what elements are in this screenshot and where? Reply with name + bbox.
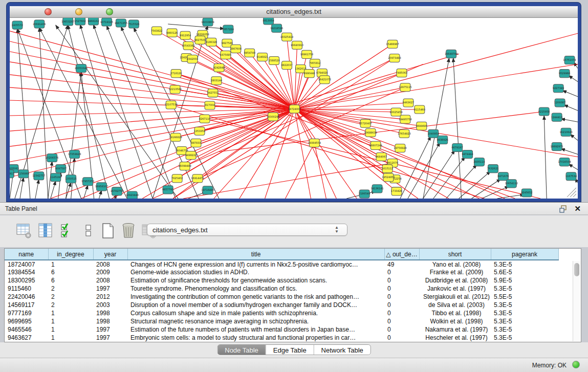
graph-node[interactable]: 7625402 (171, 174, 183, 183)
graph-node[interactable]: 8990448 (303, 70, 315, 78)
graph-node[interactable]: 18325419 (280, 33, 293, 41)
table-cell[interactable]: Estimation of significance thresholds fo… (127, 276, 384, 285)
table-cell[interactable]: 2 (48, 285, 93, 293)
graph-node[interactable]: 2186549 (359, 190, 370, 198)
graph-node[interactable]: 12107534 (164, 101, 177, 109)
graph-edge[interactable] (173, 58, 395, 199)
graph-node[interactable]: 1353359 (194, 127, 205, 135)
graph-edge[interactable] (569, 76, 578, 82)
graph-node[interactable]: 9242848 (213, 64, 225, 72)
graph-node[interactable]: 17957253 (81, 178, 94, 186)
graph-node[interactable]: 12975115 (399, 83, 411, 92)
graph-node[interactable]: 1527602 (75, 18, 86, 25)
graph-edge[interactable] (564, 105, 578, 111)
table-cell[interactable]: 5.3E-5 (491, 260, 558, 268)
graph-node[interactable]: 8912954 (180, 31, 191, 39)
graph-node[interactable]: 9860126 (166, 29, 178, 37)
graph-node[interactable]: 9699695 (416, 122, 427, 130)
graph-node[interactable]: 9684067 (376, 152, 387, 161)
graph-node[interactable]: 10543382 (182, 41, 194, 50)
graph-node[interactable]: 16033809 (201, 18, 214, 26)
graph-edge[interactable] (544, 116, 547, 199)
graph-node[interactable]: 9827509 (194, 36, 206, 44)
table-cell[interactable]: Structural magnetic resonance image aver… (127, 317, 384, 325)
table-cell[interactable]: 2012 (93, 293, 127, 301)
graph-node[interactable]: 8454749 (244, 49, 255, 57)
table-cell[interactable]: Nakamura et al. (1997) (419, 325, 491, 334)
graph-node[interactable]: 16640910 (291, 41, 303, 49)
graph-edge[interactable] (134, 28, 219, 199)
table-cell[interactable]: 1998 (93, 309, 127, 317)
graph-edge[interactable] (294, 109, 479, 199)
table-vertical-scrollbar[interactable] (573, 261, 580, 341)
graph-edge[interactable] (10, 75, 294, 109)
graph-node[interactable]: 7632621 (487, 165, 498, 173)
graph-edge[interactable] (10, 87, 294, 109)
table-row[interactable]: 1872400712008Changes of HCN gene express… (5, 260, 558, 268)
column-header-short[interactable]: short (419, 249, 491, 260)
table-cell[interactable]: 18300295 (5, 276, 48, 285)
table-row[interactable]: 1830029562008Estimation of significance … (5, 276, 558, 285)
graph-node[interactable]: 20691406 (33, 20, 46, 28)
table-row[interactable]: 1938455462009Genome-wide association stu… (5, 268, 558, 276)
citation-network-graph[interactable]: 2405572206914061065328715276029466162107… (10, 18, 578, 199)
float-window-icon[interactable] (559, 205, 568, 213)
table-cell[interactable]: 9465546 (5, 325, 48, 334)
table-select-dropdown[interactable]: citations_edges.txt ▲▼ (147, 224, 347, 236)
graph-node[interactable]: 19218596 (270, 24, 283, 32)
table-cell[interactable]: 0 (384, 285, 419, 293)
graph-node[interactable]: 1167534 (565, 172, 577, 181)
graph-node[interactable]: 7485063 (396, 69, 407, 77)
table-cell[interactable]: Changes of HCN gene expression and I(f) … (127, 260, 384, 268)
table-cell[interactable]: Corpus callosum shape and size in male p… (127, 309, 384, 317)
table-cell[interactable]: Jankovic et al. (1997) (419, 285, 491, 293)
graph-node[interactable]: 19166829 (169, 133, 182, 141)
table-cell[interactable]: 5.3E-5 (491, 285, 558, 293)
network-window-titlebar[interactable]: citations_edges.txt (10, 6, 578, 18)
graph-node[interactable]: 8822037 (281, 61, 292, 69)
table-cell[interactable]: 1997 (93, 285, 127, 293)
graph-node[interactable]: 19384554 (308, 139, 321, 147)
graph-node[interactable]: 9474444 (462, 150, 473, 158)
graph-node[interactable]: 9838926 (437, 136, 448, 144)
graph-node[interactable]: 17016504 (558, 158, 571, 166)
graph-node[interactable]: 887833 (191, 139, 201, 147)
table-cell[interactable]: Stergiakouli et al. (2012) (419, 293, 491, 301)
table-cell[interactable]: 9463627 (5, 334, 48, 342)
table-cell[interactable]: de Silva et al. (2003) (419, 301, 491, 309)
table-cell[interactable]: Embryonic stem cells: a model to study s… (127, 334, 384, 342)
table-cell[interactable]: 0 (384, 293, 419, 301)
graph-node[interactable]: 1244413 (551, 113, 562, 121)
graph-edge[interactable] (562, 91, 578, 97)
graph-edge[interactable] (497, 194, 524, 199)
table-cell[interactable]: 1998 (93, 317, 127, 325)
table-cell[interactable]: 9777169 (5, 309, 48, 317)
graph-node[interactable]: 2803144 (211, 77, 222, 85)
table-cell[interactable]: 19384554 (5, 268, 48, 276)
graph-node[interactable]: 7515526 (128, 20, 139, 28)
graph-node[interactable]: 16782759 (111, 187, 123, 195)
graph-edge[interactable] (569, 164, 578, 170)
graph-node[interactable]: 7563822 (151, 27, 162, 35)
table-cell[interactable]: 0 (384, 268, 419, 276)
column-header-name[interactable]: name (5, 249, 48, 260)
table-cell[interactable]: 1 (48, 260, 93, 268)
table-cell[interactable]: Estimation of the future numbers of pati… (127, 325, 384, 334)
graph-node[interactable]: 8813054 (263, 18, 274, 25)
table-cell[interactable]: 49 (384, 260, 419, 268)
graph-node[interactable]: 8186328 (206, 38, 217, 46)
column-header-outde[interactable]: △ out_de… (384, 249, 419, 260)
graph-node[interactable]: 19716485 (201, 186, 214, 194)
graph-node[interactable]: 10653287 (61, 18, 74, 26)
graph-node[interactable]: 17654923 (398, 129, 410, 138)
table-cell[interactable]: 0 (384, 334, 419, 342)
memory-status-indicator-icon[interactable] (572, 361, 580, 368)
table-cell[interactable]: Disruption of a novel member of a sodium… (127, 301, 384, 309)
table-row[interactable]: 946362711997Embryonic stem cells: a mode… (5, 334, 558, 342)
graph-node[interactable]: 20206576 (46, 154, 58, 162)
table-row[interactable]: 2242004622012Investigating the contribut… (5, 293, 558, 301)
graph-node[interactable]: 14136141 (371, 185, 383, 193)
close-panel-icon[interactable]: ✕ (574, 204, 581, 213)
table-cell[interactable]: Hescheler et al. (1997) (419, 334, 491, 342)
graph-edge[interactable] (561, 119, 578, 122)
